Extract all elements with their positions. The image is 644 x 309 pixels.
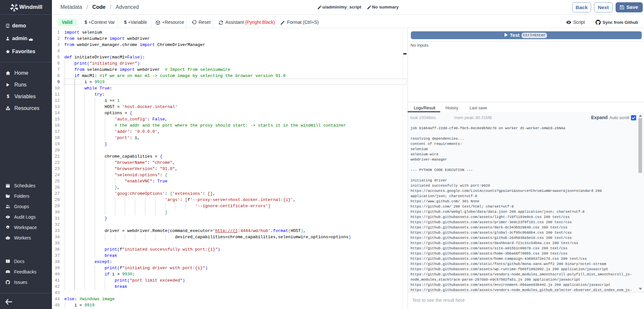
- svg-text:$: $: [7, 94, 9, 99]
